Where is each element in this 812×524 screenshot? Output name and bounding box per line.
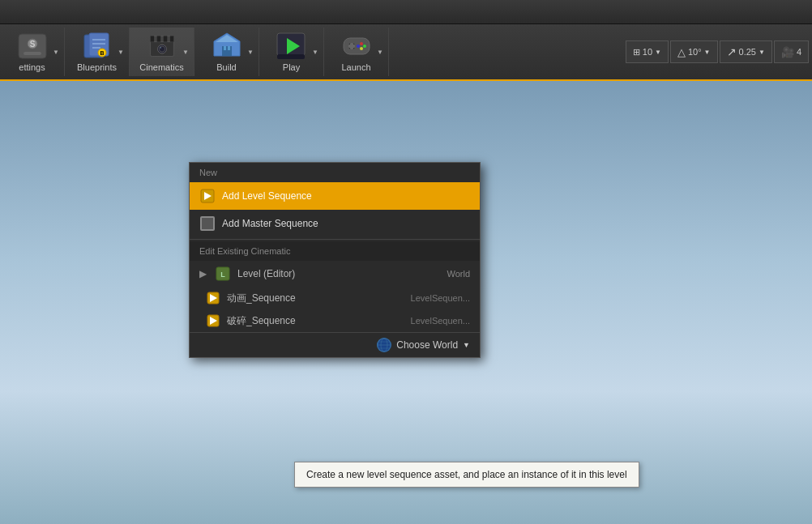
toolbar-item-cinematics[interactable]: Cinematics ▼ xyxy=(130,28,194,76)
svg-rect-22 xyxy=(224,46,226,50)
level-editor-row[interactable]: ▶ L Level (Editor) World xyxy=(190,261,480,287)
top-bar xyxy=(0,0,812,24)
grid-arrow: ▼ xyxy=(655,49,661,56)
toolbar-item-launch[interactable]: Launch ▼ xyxy=(324,28,389,76)
sequence-1-label: 动画_Sequence xyxy=(227,292,404,305)
level-expand-icon: ▶ xyxy=(199,268,207,279)
cinematics-arrow: ▼ xyxy=(182,49,189,56)
choose-world-label: Choose World xyxy=(396,339,458,351)
svg-rect-27 xyxy=(277,54,305,59)
grid-value: 10 xyxy=(643,47,652,57)
svg-point-34 xyxy=(357,45,360,48)
build-label: Build xyxy=(216,62,236,72)
edit-section-label: Edit Existing Cinematic xyxy=(190,241,480,261)
launch-icon xyxy=(340,32,373,61)
choose-world-btn[interactable]: Choose World ▼ xyxy=(377,338,470,352)
play-arrow: ▼ xyxy=(312,49,318,56)
scale-arrow: ▼ xyxy=(759,49,765,56)
svg-rect-13 xyxy=(150,36,154,41)
level-editor-icon: L xyxy=(215,266,231,282)
svg-text:S: S xyxy=(29,40,35,49)
grid-icon: ⊞ xyxy=(633,47,640,58)
add-level-sequence-item[interactable]: Add Level Sequence xyxy=(190,182,480,210)
tooltip-text: Create a new level sequence asset, and p… xyxy=(306,469,627,480)
settings-label: ettings xyxy=(19,62,45,72)
blueprints-icon: B xyxy=(81,32,113,61)
toolbar-item-blueprints[interactable]: B Blueprints ▼ xyxy=(65,28,130,76)
divider-1 xyxy=(190,239,480,240)
sequence-2-row[interactable]: 破碎_Sequence LevelSequen... xyxy=(190,309,480,332)
svg-rect-21 xyxy=(222,46,232,56)
viewport: New Add Level Sequence Add Master Sequen… xyxy=(0,81,812,524)
cinematics-dropdown: New Add Level Sequence Add Master Sequen… xyxy=(189,162,481,358)
blueprints-arrow: ▼ xyxy=(118,49,124,56)
angle-icon: △ xyxy=(677,46,686,58)
globe-icon xyxy=(377,338,391,352)
tooltip: Create a new level sequence asset, and p… xyxy=(294,462,639,488)
toolbar-item-settings[interactable]: S ettings ▼ xyxy=(0,28,65,76)
sequence-1-type: LevelSequen... xyxy=(411,293,470,303)
choose-world-row: Choose World ▼ xyxy=(190,332,480,357)
add-master-sequence-label: Add Master Sequence xyxy=(222,218,470,229)
svg-rect-23 xyxy=(228,46,230,50)
choose-world-arrow: ▼ xyxy=(463,341,470,349)
sequence-1-row[interactable]: 动画_Sequence LevelSequen... xyxy=(190,287,480,309)
svg-point-18 xyxy=(159,46,165,52)
svg-text:L: L xyxy=(220,271,225,279)
settings-icon: S xyxy=(16,32,49,61)
svg-point-32 xyxy=(360,42,363,45)
add-master-sequence-item[interactable]: Add Master Sequence xyxy=(190,210,480,237)
scale-btn[interactable]: ↗ 0.25 ▼ xyxy=(720,40,772,63)
sequence-2-label: 破碎_Sequence xyxy=(227,314,404,328)
svg-rect-2 xyxy=(24,52,41,55)
master-sequence-icon xyxy=(199,215,216,232)
svg-rect-31 xyxy=(348,45,355,48)
svg-rect-15 xyxy=(163,36,167,41)
grid-toggle-btn[interactable]: ⊞ 10 ▼ xyxy=(626,40,669,63)
svg-rect-14 xyxy=(156,36,160,41)
scale-icon: ↗ xyxy=(727,45,737,58)
toolbar-right: ⊞ 10 ▼ △ 10° ▼ ↗ 0.25 ▼ 🎥 4 xyxy=(626,40,812,63)
toolbar-item-build[interactable]: Build ▼ xyxy=(194,28,259,76)
settings-arrow: ▼ xyxy=(53,49,59,56)
toolbar-item-play[interactable]: Play ▼ xyxy=(259,28,324,76)
sequence-2-type: LevelSequen... xyxy=(411,316,470,326)
cinematics-icon xyxy=(146,32,178,61)
cam-btn[interactable]: 🎥 4 xyxy=(774,40,809,63)
cinematics-label: Cinematics xyxy=(139,62,183,72)
play-icon xyxy=(276,32,308,61)
svg-point-33 xyxy=(363,45,366,48)
angle-btn[interactable]: △ 10° ▼ xyxy=(670,40,718,63)
scale-value: 0.25 xyxy=(739,47,756,57)
play-label: Play xyxy=(283,62,300,72)
toolbar: S ettings ▼ B Blueprints ▼ xyxy=(0,24,812,81)
angle-value: 10° xyxy=(688,47,702,57)
svg-point-35 xyxy=(360,47,363,50)
new-section-label: New xyxy=(190,163,480,182)
blueprints-label: Blueprints xyxy=(77,62,117,72)
level-sequence-icon xyxy=(199,188,216,204)
build-icon xyxy=(211,32,243,61)
add-level-sequence-label: Add Level Sequence xyxy=(222,190,470,202)
cam-value: 4 xyxy=(797,47,801,57)
svg-point-19 xyxy=(160,47,161,49)
launch-arrow: ▼ xyxy=(377,49,383,56)
angle-arrow: ▼ xyxy=(704,49,711,56)
sequence-2-icon xyxy=(206,313,220,328)
launch-label: Launch xyxy=(341,62,370,72)
cam-icon: 🎥 xyxy=(781,46,794,58)
svg-text:B: B xyxy=(100,50,104,56)
sequence-1-icon xyxy=(206,291,220,305)
level-editor-type: World xyxy=(447,269,470,279)
build-arrow: ▼ xyxy=(247,49,254,56)
level-editor-label: Level (Editor) xyxy=(237,268,440,279)
svg-rect-16 xyxy=(169,36,173,41)
